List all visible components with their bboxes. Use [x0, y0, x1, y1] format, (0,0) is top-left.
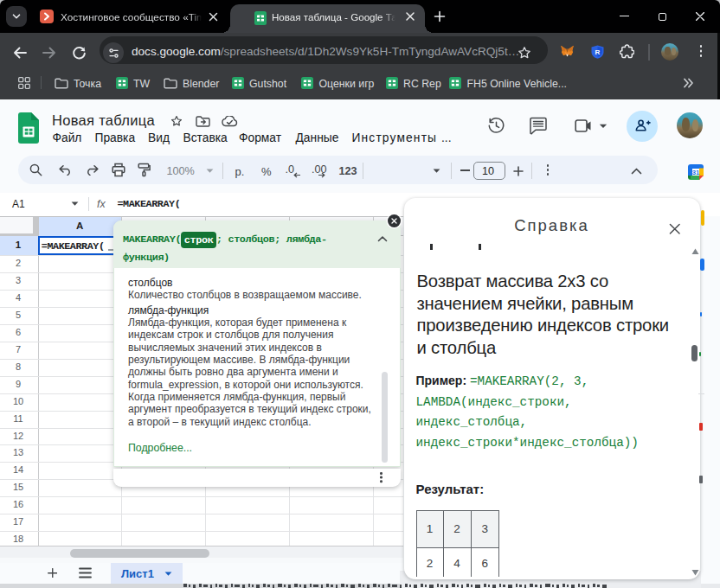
svg-text:R: R	[595, 48, 601, 56]
svg-text:31: 31	[692, 169, 700, 176]
